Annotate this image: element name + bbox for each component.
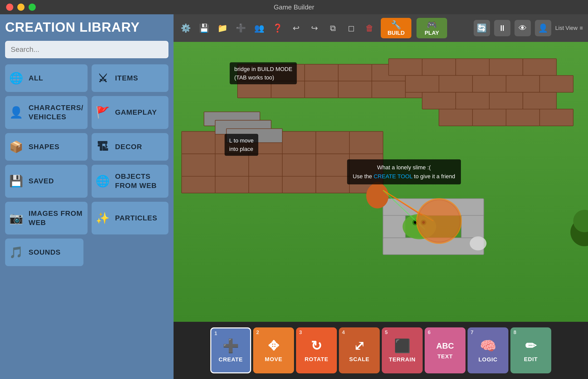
category-characters-button[interactable]: 👤 CHARACTERS/VEHICLES — [5, 96, 88, 129]
rotate-label: ROTATE — [304, 356, 328, 363]
main-toolbar: ⚙️ 💾 📁 ➕ 👥 ❓ ↩ ↪ ⧉ ◻ 🗑 🔧 BUILD 🎮 PLAY 🔄 … — [174, 14, 588, 42]
text-icon: ABC — [436, 341, 454, 351]
svg-rect-33 — [540, 109, 573, 126]
svg-rect-11 — [456, 59, 489, 76]
tool-rotate-button[interactable]: 3 ↻ ROTATE — [296, 327, 337, 373]
text-number: 6 — [428, 329, 431, 335]
svg-rect-47 — [215, 176, 249, 193]
shapes-label: SHAPES — [29, 143, 59, 151]
svg-rect-4 — [305, 64, 338, 81]
category-objects-from-web-button[interactable]: 🌐 OBJECTS FROM WEB — [92, 165, 168, 198]
pause-button[interactable]: ⏸ — [494, 20, 510, 36]
category-images-from-web-button[interactable]: 📷 IMAGES FROM WEB — [5, 202, 88, 235]
svg-rect-28 — [489, 92, 523, 109]
view-button[interactable]: 👁 — [514, 20, 531, 36]
scale-label: SCALE — [349, 356, 370, 363]
move-label: MOVE — [265, 356, 283, 363]
tool-create-button[interactable]: 1 ➕ CREATE — [210, 327, 251, 373]
svg-rect-40 — [182, 154, 215, 176]
play-icon: 🎮 — [427, 20, 437, 30]
play-button[interactable]: 🎮 PLAY — [416, 18, 447, 38]
category-grid: 🌐 ALL ⚔ ITEMS 👤 CHARACTERS/VEHICLES 🚩 GA… — [5, 64, 168, 266]
terrain-number: 5 — [385, 329, 388, 335]
saved-icon: 💾 — [9, 174, 23, 188]
svg-rect-41 — [215, 154, 249, 176]
saved-label: SAVED — [29, 177, 54, 185]
select-icon[interactable]: ◻ — [344, 21, 358, 35]
move-number: 2 — [256, 329, 259, 335]
category-decor-button[interactable]: 🏗 DECOR — [92, 133, 168, 161]
tool-terrain-button[interactable]: 5 ⬛ TERRAIN — [382, 327, 423, 373]
slime-tooltip-line2: Use the CREATE TOOL to give it a friend — [353, 173, 455, 180]
sounds-label: SOUNDS — [29, 248, 61, 256]
svg-rect-5 — [338, 64, 372, 81]
tooltip-slime: What a lonely slime :( Use the CREATE TO… — [347, 159, 461, 184]
bottom-toolbar: 1 ➕ CREATE 2 ✥ MOVE 3 ↻ ROTATE 4 ⤢ SCALE… — [174, 322, 588, 379]
undo-icon[interactable]: ↩ — [289, 21, 303, 35]
help-icon[interactable]: ❓ — [271, 21, 285, 35]
logic-label: LOGIC — [479, 356, 498, 363]
category-items-button[interactable]: ⚔ ITEMS — [92, 64, 168, 92]
shapes-icon: 📦 — [9, 140, 23, 153]
save-icon[interactable]: 💾 — [197, 21, 211, 35]
svg-rect-16 — [305, 81, 338, 98]
scale-number: 4 — [342, 329, 345, 335]
title-bar: Game Builder — [0, 0, 588, 14]
folder-icon[interactable]: 📁 — [215, 21, 230, 35]
svg-rect-25 — [540, 76, 573, 92]
text-label: TEXT — [437, 353, 453, 360]
minimize-button[interactable] — [17, 4, 24, 11]
tool-logic-button[interactable]: 7 🧠 LOGIC — [468, 327, 508, 373]
svg-rect-32 — [506, 109, 540, 126]
edit-icon: ✏ — [525, 338, 536, 353]
svg-point-73 — [470, 236, 487, 251]
sidebar-title: CREATION LIBRARY — [5, 19, 168, 35]
create-number: 1 — [214, 330, 217, 336]
tool-move-button[interactable]: 2 ✥ MOVE — [253, 327, 294, 373]
create-icon: ➕ — [223, 338, 239, 354]
settings-icon[interactable]: ⚙️ — [179, 21, 193, 35]
svg-point-69 — [416, 199, 461, 243]
add-icon[interactable]: ➕ — [234, 21, 248, 35]
search-input[interactable] — [5, 41, 168, 58]
tool-text-button[interactable]: 6 ABC TEXT — [425, 327, 465, 373]
tool-scale-button[interactable]: 4 ⤢ SCALE — [339, 327, 380, 373]
close-button[interactable] — [6, 4, 13, 11]
build-button[interactable]: 🔧 BUILD — [381, 18, 411, 38]
svg-rect-18 — [372, 81, 406, 98]
svg-rect-9 — [389, 59, 422, 76]
refresh-button[interactable]: 🔄 — [474, 20, 490, 36]
category-particles-button[interactable]: ✨ PARTICLES — [92, 202, 168, 235]
svg-rect-10 — [422, 59, 456, 76]
category-gameplay-button[interactable]: 🚩 GAMEPLAY — [92, 96, 168, 129]
copy-icon[interactable]: ⧉ — [326, 21, 340, 35]
category-shapes-button[interactable]: 📦 SHAPES — [5, 133, 88, 161]
category-saved-button[interactable]: 💾 SAVED — [5, 165, 88, 198]
traffic-lights — [6, 4, 36, 11]
images-web-icon: 📷 — [9, 211, 23, 225]
tool-edit-button[interactable]: 8 ✏ EDIT — [510, 327, 551, 373]
list-view-button[interactable]: List View ≡ — [555, 25, 583, 31]
scale-icon: ⤢ — [354, 338, 365, 353]
items-icon: ⚔ — [96, 72, 110, 85]
category-all-button[interactable]: 🌐 ALL — [5, 64, 88, 92]
svg-rect-44 — [316, 154, 350, 176]
svg-rect-34 — [182, 132, 215, 154]
objects-web-icon: 🌐 — [96, 174, 110, 188]
play-label: PLAY — [425, 30, 439, 36]
category-sounds-button[interactable]: 🎵 SOUNDS — [5, 239, 83, 266]
objects-web-label: OBJECTS FROM WEB — [115, 172, 164, 191]
redo-icon[interactable]: ↪ — [307, 21, 322, 35]
svg-rect-43 — [282, 154, 316, 176]
edit-label: EDIT — [524, 356, 538, 363]
maximize-button[interactable] — [29, 4, 36, 11]
move-icon: ✥ — [268, 338, 279, 353]
rotate-number: 3 — [299, 329, 302, 335]
window-title: Game Builder — [274, 3, 314, 11]
build-label: BUILD — [387, 30, 405, 36]
users-icon[interactable]: 👥 — [252, 21, 266, 35]
delete-icon[interactable]: 🗑 — [362, 21, 377, 35]
svg-rect-37 — [282, 132, 316, 154]
svg-rect-49 — [282, 176, 316, 193]
account-button[interactable]: 👤 — [535, 20, 551, 36]
